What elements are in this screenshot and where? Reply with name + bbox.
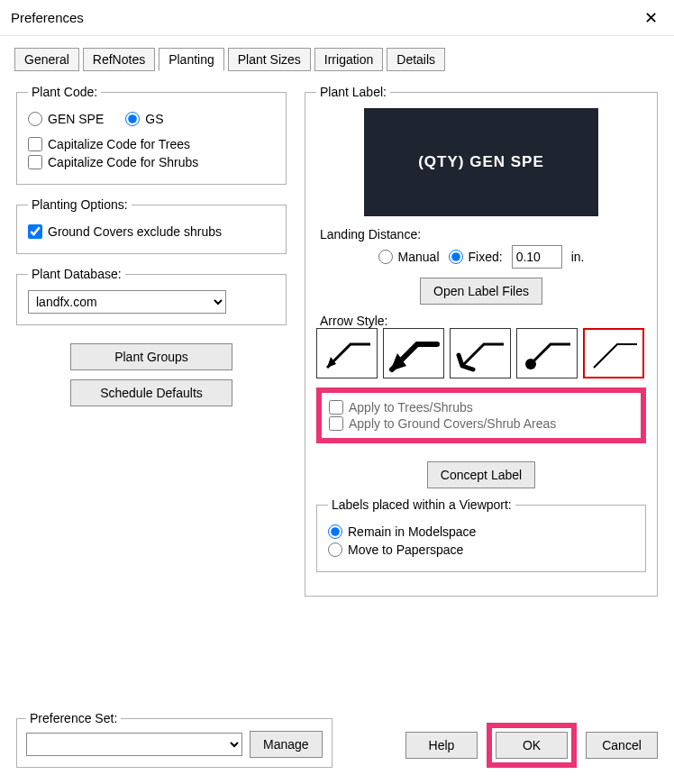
open-label-files-button[interactable]: Open Label Files [420,278,542,305]
radio-move-paperspace-input[interactable] [328,542,342,557]
radio-landing-manual-input[interactable] [378,250,393,264]
manage-button[interactable]: Manage [250,731,323,758]
group-plant-label: Plant Label: (QTY) GEN SPE Landing Dista… [305,85,658,597]
legend-arrow-style: Arrow Style: [316,314,391,328]
arrow-style-5[interactable] [583,328,644,378]
check-apply-gc[interactable]: Apply to Ground Covers/Shrub Areas [329,416,633,431]
tab-strip: General RefNotes Planting Plant Sizes Ir… [0,36,674,70]
check-apply-trees[interactable]: Apply to Trees/Shrubs [329,400,633,415]
arrow-style-1[interactable] [316,328,378,378]
landing-value-input[interactable] [512,245,562,269]
check-apply-gc-input[interactable] [329,416,343,431]
group-landing-distance: Landing Distance: Manual Fixed: in. [316,227,646,269]
titlebar: Preferences ✕ [0,0,674,36]
check-cap-trees[interactable]: Capitalize Code for Trees [28,137,275,151]
group-arrow-style: Arrow Style: [316,314,646,452]
radio-gs-input[interactable] [125,112,140,126]
legend-viewport: Labels placed within a Viewport: [328,497,515,512]
tab-refnotes[interactable]: RefNotes [83,48,155,71]
radio-remain-modelspace-input[interactable] [328,524,342,539]
check-cap-shrubs[interactable]: Capitalize Code for Shrubs [28,155,275,169]
radio-landing-fixed[interactable]: Fixed: [449,250,503,264]
ok-button[interactable]: OK [496,732,568,759]
schedule-defaults-button[interactable]: Schedule Defaults [70,379,232,406]
radio-landing-manual[interactable]: Manual [378,250,440,264]
landing-unit: in. [571,250,585,264]
legend-preference-set: Preference Set: [26,711,121,725]
help-button[interactable]: Help [405,732,478,759]
radio-gs[interactable]: GS [125,112,163,126]
tab-irrigation[interactable]: Irrigation [314,48,383,71]
plant-groups-button[interactable]: Plant Groups [70,343,232,370]
legend-landing: Landing Distance: [316,227,424,242]
tab-general[interactable]: General [14,48,79,71]
arrow-style-4[interactable] [516,328,578,378]
check-apply-trees-input[interactable] [329,400,343,415]
svg-point-0 [525,359,536,369]
group-plant-database: Plant Database: landfx.com [16,267,287,325]
radio-gen-spe[interactable]: GEN SPE [28,112,104,126]
legend-planting-options: Planting Options: [28,197,132,212]
group-viewport-labels: Labels placed within a Viewport: Remain … [316,497,646,572]
tab-planting[interactable]: Planting [159,48,224,71]
close-icon[interactable]: ✕ [639,8,663,28]
check-gc-exclude[interactable]: Ground Covers exclude shrubs [28,224,275,239]
radio-landing-fixed-input[interactable] [449,250,463,264]
radio-remain-modelspace[interactable]: Remain in Modelspace [328,524,634,539]
group-preference-set: Preference Set: Manage [16,711,332,768]
select-plant-database[interactable]: landfx.com [28,290,226,314]
check-cap-trees-input[interactable] [28,137,42,151]
cancel-button[interactable]: Cancel [586,732,658,759]
group-planting-options: Planting Options: Ground Covers exclude … [16,197,287,254]
radio-move-paperspace[interactable]: Move to Paperspace [328,542,634,557]
label-preview: (QTY) GEN SPE [364,108,598,216]
group-plant-code: Plant Code: GEN SPE GS Capitalize Code f… [16,85,287,185]
check-cap-shrubs-input[interactable] [28,155,42,169]
tab-details[interactable]: Details [387,48,445,71]
arrow-style-2[interactable] [383,328,444,378]
select-preference-set[interactable] [26,733,242,756]
radio-gen-spe-input[interactable] [28,112,42,126]
highlight-ok: OK [487,723,577,768]
check-gc-exclude-input[interactable] [28,224,42,239]
legend-plant-database: Plant Database: [28,267,125,281]
legend-plant-label: Plant Label: [316,85,390,99]
legend-plant-code: Plant Code: [28,85,101,99]
arrow-style-3[interactable] [450,328,511,378]
window-title: Preferences [11,10,639,25]
highlight-apply-group: Apply to Trees/Shrubs Apply to Ground Co… [316,387,646,443]
tab-plant-sizes[interactable]: Plant Sizes [228,48,311,71]
concept-label-button[interactable]: Concept Label [427,461,535,488]
